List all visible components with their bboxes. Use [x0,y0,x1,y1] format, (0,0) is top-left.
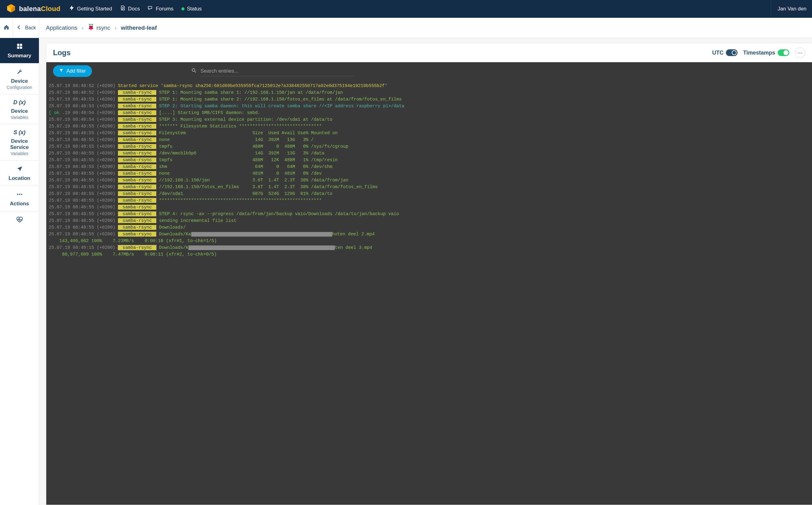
log-line: 25.07.19 08:48:55 (+0200) samba-rsync se… [49,217,810,224]
logs-panel-head: Logs UTC Timestamps ⋯ [46,43,812,62]
log-line: 25.07.19 08:48:55 (+0200) samba-rsync Do… [49,231,810,237]
sx-icon: S (x) [13,129,25,136]
log-line: 25.07.19 08:48:55 (+0200) samba-rsync **… [49,197,810,204]
svg-point-17 [21,194,22,195]
sidebar-item-label: Device [11,108,28,114]
nav-status[interactable]: Status [181,6,202,12]
svg-point-4 [91,24,93,25]
log-line: 25.07.19 08:48:55 (+0200) samba-rsync /d… [49,190,810,197]
brand-name: balenaCloud [19,5,60,13]
logs-controls: UTC Timestamps ⋯ [712,47,805,58]
timestamps-toggle[interactable]: Timestamps [743,49,789,56]
crumb-device[interactable]: withered-leaf [121,24,157,31]
svg-rect-14 [20,46,22,49]
sidebar-item-health[interactable] [0,211,39,228]
log-line: 25.07.19 08:48:55 (+0200) samba-rsync tm… [49,143,810,150]
log-line: 25.07.19 08:49:15 (+0200) samba-rsync Do… [49,244,810,251]
balena-logo-icon [6,3,16,14]
crumb-app-label: rsync [96,24,110,31]
logs-toolbar: Add filter [46,62,812,80]
location-arrow-icon [16,165,23,173]
logs-more-button[interactable]: ⋯ [795,47,805,58]
sidebar-item-label: Summary [8,53,31,59]
docs-icon [120,5,126,12]
chevron-left-icon [16,24,22,31]
search-input[interactable] [200,66,354,76]
back-button[interactable]: Back [13,18,39,38]
svg-point-18 [192,69,195,71]
log-line: [ ok .19 08:48:54 (+0200) samba-rsync [.… [49,110,810,116]
nav-docs[interactable]: Docs [120,5,140,12]
timestamps-label: Timestamps [743,50,775,56]
sidebar-item-sublabel: Configuration [7,85,32,90]
log-line: 25.07.19 08:48:55 (+0200) samba-rsync [49,204,810,210]
log-line: 25.07.19 08:48:55 (+0200) samba-rsync ST… [49,210,810,217]
svg-point-16 [19,194,20,195]
logs-title: Logs [53,48,70,57]
nav-getting-started[interactable]: Getting Started [69,5,112,12]
heartbeat-icon [16,216,23,224]
user-menu[interactable]: Jan Van den [771,0,806,17]
svg-rect-12 [20,44,22,46]
sidebar-item-device-vars[interactable]: D (x) Device Variables [0,95,39,124]
log-line: 25.07.19 08:48:55 (+0200) samba-rsync no… [49,136,810,143]
sidebar-item-sublabel: Variables [11,151,28,156]
back-label: Back [25,25,36,31]
content: Logs UTC Timestamps ⋯ [39,38,812,505]
sidebar: Summary Device Configuration D (x) Devic… [0,38,39,505]
home-icon [3,24,9,31]
log-line: 25.07.19 08:48:55 (+0200) samba-rsync no… [49,170,810,177]
crumb-app[interactable]: rsync [88,24,110,32]
search-icon [191,68,197,74]
log-line: 25.07.19 08:48:55 (+0200) samba-rsync tm… [49,157,810,163]
breadcrumb: Applications › rsync › withered-leaf [39,18,157,38]
toggle-switch[interactable] [726,49,738,56]
logs-body: Add filter 25.07.19 08:48:52 (+0200) Sta… [46,62,812,505]
log-line: 25.07.19 08:48:53 (+0200) samba-rsync ST… [49,96,810,103]
home-button[interactable] [0,18,13,38]
chevron-right-icon: › [81,24,83,31]
bolt-icon [69,5,74,12]
svg-point-3 [89,24,91,25]
search-wrap [191,66,354,76]
sidebar-item-sublabel: Variables [11,115,28,120]
brand-logo[interactable]: balenaCloud [6,3,60,14]
ellipsis-icon [16,191,23,199]
log-line: 25.07.19 08:48:55 (+0200) samba-rsync **… [49,123,810,130]
user-name: Jan Van den [778,6,806,12]
nav-forums[interactable]: Forums [148,5,173,12]
filter-icon [59,68,63,74]
sidebar-item-label: Location [9,175,30,181]
crumb-applications[interactable]: Applications [46,24,77,31]
log-line: 25.07.19 08:48:55 (+0200) samba-rsync Do… [49,224,810,231]
add-filter-button[interactable]: Add filter [53,65,92,77]
sidebar-item-summary[interactable]: Summary [0,38,39,63]
svg-line-19 [195,71,196,72]
log-line: 143,406,862 100% 7.23MB/s 0:00:18 (xfr#1… [49,237,810,244]
chevron-icon: ⋯ [798,50,803,56]
sidebar-item-actions[interactable]: Actions [0,186,39,211]
svg-point-15 [17,194,18,195]
sidebar-item-device-config[interactable]: Device Configuration [0,63,39,95]
log-line: 25.07.19 08:48:55 (+0200) samba-rsync //… [49,184,810,190]
log-line: 25.07.19 08:48:55 (+0200) samba-rsync /d… [49,150,810,157]
log-line: 25.07.19 08:48:54 (+0200) samba-rsync ST… [49,116,810,123]
utc-toggle[interactable]: UTC [712,49,738,56]
sidebar-item-location[interactable]: Location [0,161,39,186]
topbar: Back Applications › rsync › withered-lea… [0,18,812,38]
logs-stream[interactable]: 25.07.19 08:48:52 (+0200) Started servic… [46,80,812,505]
sidebar-item-label: Device [11,78,28,84]
sidebar-item-device-service-vars[interactable]: S (x) Device Service Variables [0,124,39,161]
sidebar-item-label: Actions [10,201,29,207]
header-nav: Getting Started Docs Forums Status [69,5,202,12]
nav-getting-started-label: Getting Started [77,6,112,12]
main: Summary Device Configuration D (x) Devic… [0,38,812,505]
nav-status-label: Status [187,6,202,12]
toggle-switch[interactable] [778,49,789,56]
log-line: 25.07.19 08:48:55 (+0200) samba-rsync Fi… [49,130,810,136]
nav-forums-label: Forums [156,6,173,12]
grid-icon [16,43,23,51]
svg-rect-11 [17,44,19,46]
app-header: balenaCloud Getting Started Docs Foru [0,0,812,18]
svg-point-10 [90,29,91,30]
